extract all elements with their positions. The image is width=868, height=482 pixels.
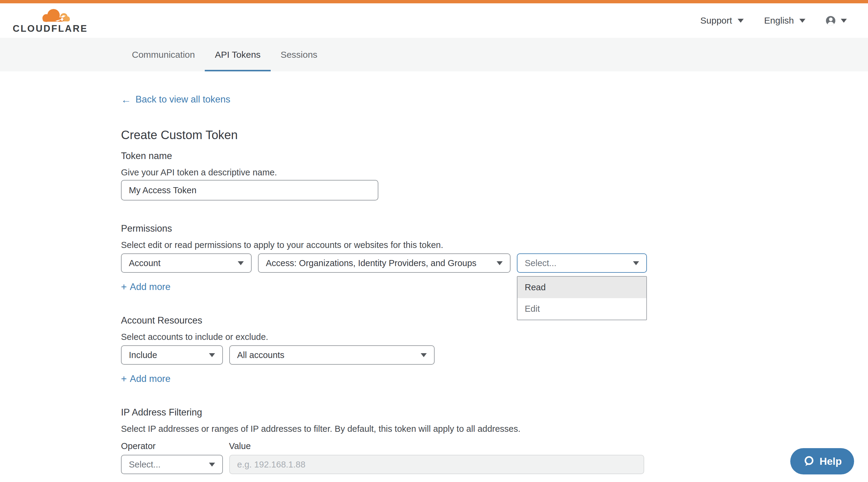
chevron-down-icon: [238, 261, 244, 265]
ip-filtering-description: Select IP addresses or ranges of IP addr…: [121, 424, 868, 434]
header: CLOUDFLARE Support English: [0, 3, 868, 38]
permission-group-select[interactable]: Access: Organizations, Identity Provider…: [258, 253, 510, 273]
token-name-input[interactable]: [121, 180, 378, 200]
back-arrow-icon: ←: [121, 94, 131, 105]
permission-scope-select[interactable]: Account: [121, 253, 252, 273]
chevron-down-icon: [841, 19, 847, 23]
cloudflare-logo-text: CLOUDFLARE: [13, 24, 88, 33]
page: CLOUDFLARE Support English Communication…: [0, 0, 868, 482]
language-label: English: [764, 15, 794, 26]
resource-accounts-select[interactable]: All accounts: [229, 345, 435, 365]
permission-group-value: Access: Organizations, Identity Provider…: [266, 258, 476, 268]
permissions-row: Account Access: Organizations, Identity …: [121, 253, 868, 273]
permissions-add-more-button[interactable]: + Add more: [121, 282, 170, 292]
resource-mode-value: Include: [129, 350, 157, 360]
language-menu[interactable]: English: [764, 15, 805, 26]
permission-access-placeholder: Select...: [525, 258, 557, 268]
account-resources-heading: Account Resources: [121, 315, 868, 326]
menu-item-read[interactable]: Read: [518, 277, 646, 298]
support-label: Support: [701, 15, 732, 26]
permission-access-select[interactable]: Select...: [517, 253, 647, 273]
resource-mode-select[interactable]: Include: [121, 345, 223, 365]
operator-label: Operator: [121, 441, 229, 451]
access-dropdown-menu: Read Edit: [517, 276, 647, 320]
add-more-label: Add more: [130, 374, 170, 384]
back-to-tokens-link[interactable]: ← Back to view all tokens: [121, 94, 230, 105]
tab-api-tokens[interactable]: API Tokens: [205, 38, 270, 71]
top-orange-bar: [0, 0, 868, 3]
plus-icon: +: [121, 282, 127, 292]
cloudflare-logo[interactable]: CLOUDFLARE: [13, 8, 88, 33]
page-title: Create Custom Token: [121, 128, 868, 142]
ip-filtering-row: Select...: [121, 455, 868, 474]
operator-select[interactable]: Select...: [121, 455, 223, 474]
ip-value-input[interactable]: [229, 455, 644, 474]
help-button-label: Help: [819, 455, 842, 467]
chevron-down-icon: [421, 353, 427, 357]
account-resources-description: Select accounts to include or exclude.: [121, 332, 868, 342]
permission-access-wrapper: Select... Read Edit: [517, 253, 647, 273]
permissions-heading: Permissions: [121, 223, 868, 234]
operator-placeholder: Select...: [129, 460, 161, 470]
chevron-down-icon: [633, 261, 639, 265]
support-menu[interactable]: Support: [701, 15, 744, 26]
value-label: Value: [229, 441, 251, 451]
header-right: Support English: [701, 15, 847, 26]
chevron-down-icon: [497, 261, 503, 265]
menu-item-edit[interactable]: Edit: [518, 298, 646, 320]
account-resources-add-more-button[interactable]: + Add more: [121, 374, 170, 384]
add-more-label: Add more: [130, 282, 170, 292]
ip-filtering-labels: Operator Value: [121, 441, 868, 451]
account-resources-row: Include All accounts: [121, 345, 868, 365]
cloudflare-cloud-icon: [39, 8, 71, 24]
ip-filtering-heading: IP Address Filtering: [121, 407, 868, 418]
chevron-down-icon: [738, 19, 744, 23]
tab-sessions[interactable]: Sessions: [271, 38, 328, 71]
token-name-heading: Token name: [121, 151, 868, 161]
resource-accounts-value: All accounts: [237, 350, 284, 360]
chevron-down-icon: [799, 19, 805, 23]
permission-scope-value: Account: [129, 258, 161, 268]
token-name-description: Give your API token a descriptive name.: [121, 167, 868, 178]
help-button[interactable]: Help: [790, 448, 854, 475]
back-link-label: Back to view all tokens: [135, 94, 230, 105]
tab-communication[interactable]: Communication: [122, 38, 205, 71]
main-content: ← Back to view all tokens Create Custom …: [0, 71, 868, 474]
plus-icon: +: [121, 374, 127, 384]
chevron-down-icon: [209, 463, 215, 467]
tab-bar: Communication API Tokens Sessions: [0, 38, 868, 71]
permissions-description: Select edit or read permissions to apply…: [121, 240, 868, 250]
chat-bubble-icon: [803, 455, 815, 468]
user-avatar-icon: [826, 16, 835, 25]
chevron-down-icon: [209, 353, 215, 357]
account-menu[interactable]: [826, 16, 847, 25]
